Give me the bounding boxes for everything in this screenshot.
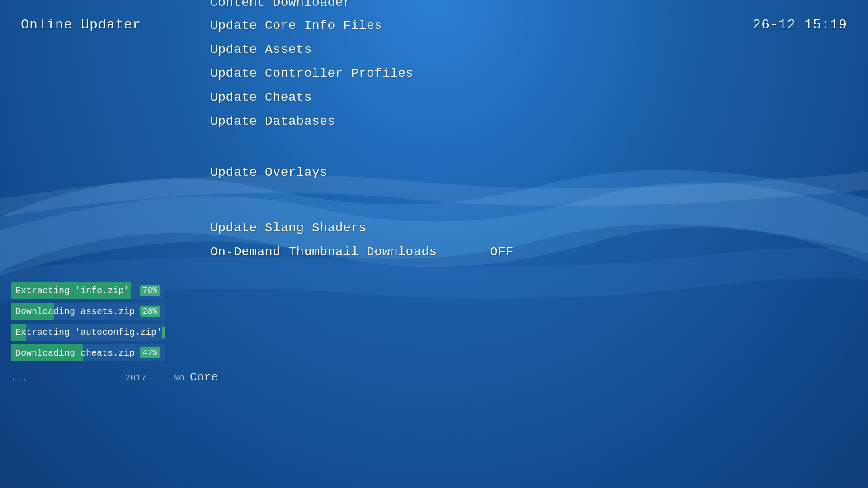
spacer-2	[210, 188, 514, 219]
progress-label-extract-info: Extracting 'info.zip' 78%	[11, 282, 165, 299]
main-content: Online Updater 26-12 15:19 Content Downl…	[0, 0, 868, 488]
progress-bar-extract-info: Extracting 'info.zip' 78%	[11, 282, 165, 299]
menu-item-update-slang-shaders[interactable]: Update Slang Shaders	[210, 219, 514, 243]
progress-pct-extract-info: 78%	[140, 285, 160, 296]
menu-item-update-cheats[interactable]: Update Cheats	[210, 89, 514, 113]
menu-item-update-assets[interactable]: Update Assets	[210, 41, 514, 65]
progress-label-download-cheats: Downloading cheats.zip 47%	[11, 344, 165, 361]
toggle-off-label: OFF	[490, 245, 514, 259]
progress-label-extract-autoconfig: Extracting 'autoconfig.zip' 10%	[11, 324, 165, 341]
spacer-1	[210, 136, 514, 164]
progress-bar-download-cheats: Downloading cheats.zip 47%	[11, 344, 165, 361]
menu-list: Content Downloader Update Core Info File…	[210, 0, 514, 267]
progress-pct-download-cheats: 47%	[140, 347, 160, 358]
menu-item-on-demand-thumbnail[interactable]: On-Demand Thumbnail Downloads OFF	[210, 243, 514, 267]
menu-item-update-core-info[interactable]: Update Core Info Files	[210, 17, 514, 41]
progress-pct-extract-autoconfig: 10%	[162, 327, 165, 338]
menu-item-update-controller-profiles[interactable]: Update Controller Profiles	[210, 65, 514, 89]
progress-bar-download-assets: Downloading assets.zip 28%	[11, 303, 165, 320]
progress-bar-extract-autoconfig: Extracting 'autoconfig.zip' 10%	[11, 324, 165, 341]
section-title: Online Updater	[21, 17, 141, 33]
progress-label-download-assets: Downloading assets.zip 28%	[11, 303, 165, 320]
menu-item-update-overlays[interactable]: Update Overlays	[210, 164, 514, 188]
bottom-partial-text: ... 2017 No Core	[11, 371, 218, 384]
progress-bars: Extracting 'info.zip' 78% Downloading as…	[11, 282, 165, 361]
menu-item-content-downloader[interactable]: Content Downloader	[210, 0, 514, 17]
clock: 26-12 15:19	[753, 17, 847, 33]
menu-item-update-databases[interactable]: Update Databases	[210, 113, 514, 136]
progress-pct-download-assets: 28%	[140, 306, 160, 317]
